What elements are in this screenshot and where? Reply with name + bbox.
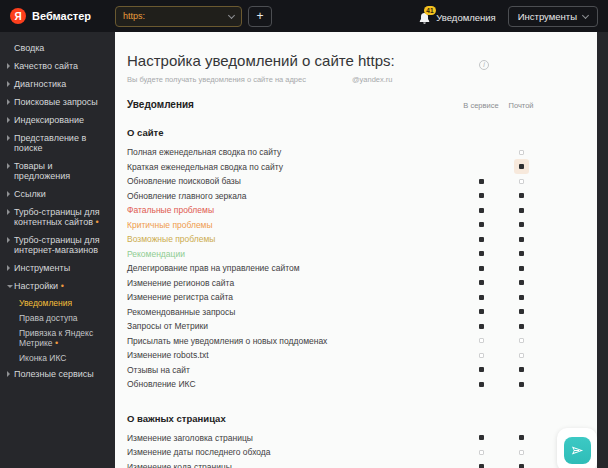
tools-dropdown[interactable]: Инструменты — [508, 6, 598, 27]
checkbox-cell-service[interactable] — [461, 208, 501, 213]
checkbox-cell-mail[interactable] — [501, 159, 541, 174]
sidebar-item-турбо-страницы[interactable]: Турбо-страницы для контентных сайтов • — [0, 207, 115, 227]
checkbox-cell-mail[interactable] — [501, 266, 541, 271]
checkbox-cell-service[interactable] — [461, 222, 501, 227]
checkbox-checked[interactable] — [479, 464, 484, 468]
sidebar-item-представление[interactable]: Представление в поиске — [0, 133, 115, 153]
checkbox-cell-service[interactable] — [461, 367, 501, 372]
checkbox-cell-mail[interactable] — [501, 338, 541, 343]
sidebar-item-качество[interactable]: Качество сайта — [0, 61, 115, 71]
sidebar-item-права[interactable]: Права доступа — [0, 314, 115, 324]
checkbox-cell-service[interactable] — [461, 464, 501, 468]
checkbox-checked[interactable] — [479, 309, 484, 314]
sidebar-item-уведомления[interactable]: Уведомления — [0, 299, 115, 309]
checkbox-cell-mail[interactable] — [501, 280, 541, 285]
checkbox-checked[interactable] — [519, 435, 524, 440]
checkbox-cell-mail[interactable] — [501, 309, 541, 314]
checkbox-checked[interactable] — [519, 208, 524, 213]
checkbox-checked[interactable] — [479, 280, 484, 285]
checkbox-cell-service[interactable] — [461, 251, 501, 256]
checkbox-checked[interactable] — [479, 237, 484, 242]
checkbox-cell-service[interactable] — [461, 309, 501, 314]
sidebar-item-полезные[interactable]: Полезные сервисы — [0, 369, 115, 379]
checkbox-unchecked[interactable] — [519, 338, 524, 343]
checkbox-cell-mail[interactable] — [501, 179, 541, 184]
checkbox-checked[interactable] — [479, 251, 484, 256]
checkbox-cell-service[interactable] — [461, 353, 501, 358]
notifications-button[interactable]: 41 Уведомления — [418, 8, 495, 24]
checkbox-cell-service[interactable] — [461, 450, 501, 455]
checkbox-unchecked[interactable] — [479, 338, 484, 343]
sidebar-item-турбо-страницы[interactable]: Турбо-страницы для интернет-магазинов — [0, 235, 115, 255]
checkbox-checked[interactable] — [479, 367, 484, 372]
checkbox-checked[interactable] — [479, 208, 484, 213]
checkbox-checked[interactable] — [519, 309, 524, 314]
checkbox-unchecked[interactable] — [519, 450, 524, 455]
sidebar-item-поисковые[interactable]: Поисковые запросы — [0, 97, 115, 107]
checkbox-cell-mail[interactable] — [501, 251, 541, 256]
checkbox-checked[interactable] — [519, 164, 524, 169]
checkbox-cell-service[interactable] — [461, 193, 501, 198]
checkbox-cell-mail[interactable] — [501, 150, 541, 155]
checkbox-checked[interactable] — [519, 367, 524, 372]
checkbox-cell-service[interactable] — [461, 295, 501, 300]
sidebar-item-настройки[interactable]: Настройки • — [0, 281, 115, 291]
checkbox-cell-mail[interactable] — [501, 464, 541, 468]
checkbox-cell-mail[interactable] — [501, 450, 541, 455]
checkbox-checked[interactable] — [519, 295, 524, 300]
checkbox-cell-mail[interactable] — [501, 295, 541, 300]
checkbox-cell-mail[interactable] — [501, 353, 541, 358]
sidebar-item-индексирование[interactable]: Индексирование — [0, 115, 115, 125]
checkbox-checked[interactable] — [519, 266, 524, 271]
checkbox-cell-service[interactable] — [461, 280, 501, 285]
checkbox-checked[interactable] — [519, 193, 524, 198]
checkbox-checked[interactable] — [479, 193, 484, 198]
checkbox-unchecked[interactable] — [519, 353, 524, 358]
checkbox-checked[interactable] — [519, 251, 524, 256]
checkbox-cell-mail[interactable] — [501, 324, 541, 329]
checkbox-cell-mail[interactable] — [501, 237, 541, 242]
checkbox-cell-service[interactable] — [461, 338, 501, 343]
checkbox-cell-mail[interactable] — [501, 193, 541, 198]
checkbox-checked[interactable] — [519, 222, 524, 227]
sidebar-item-инструменты[interactable]: Инструменты — [0, 263, 115, 273]
sidebar-item-привязка[interactable]: Привязка к Яндекс Метрике • — [0, 329, 115, 348]
site-selector[interactable]: https: — [115, 6, 242, 27]
checkbox-cell-service[interactable] — [461, 179, 501, 184]
sidebar-item-иконка[interactable]: Иконка ИКС — [0, 354, 115, 364]
checkbox-unchecked[interactable] — [479, 450, 484, 455]
checkbox-checked[interactable] — [479, 222, 484, 227]
checkbox-checked[interactable] — [519, 324, 524, 329]
checkbox-cell-mail[interactable] — [501, 208, 541, 213]
add-site-button[interactable]: + — [248, 6, 272, 27]
checkbox-checked[interactable] — [479, 435, 484, 440]
checkbox-checked[interactable] — [519, 237, 524, 242]
checkbox-checked[interactable] — [479, 295, 484, 300]
info-icon[interactable]: i — [479, 60, 489, 70]
checkbox-checked[interactable] — [479, 324, 484, 329]
sidebar-item-диагностика[interactable]: Диагностика — [0, 79, 115, 89]
checkbox-cell-mail[interactable] — [501, 435, 541, 440]
checkbox-cell-service[interactable] — [461, 435, 501, 440]
checkbox-cell-mail[interactable] — [501, 222, 541, 227]
checkbox-cell-service[interactable] — [461, 237, 501, 242]
checkbox-checked[interactable] — [519, 280, 524, 285]
checkbox-cell-mail[interactable] — [501, 367, 541, 372]
sidebar-item-ссылки[interactable]: Ссылки — [0, 189, 115, 199]
checkbox-unchecked[interactable] — [479, 353, 484, 358]
checkbox-checked[interactable] — [479, 179, 484, 184]
sidebar-item-товары[interactable]: Товары и предложения — [0, 161, 115, 181]
checkbox-cell-mail[interactable] — [501, 382, 541, 387]
checkbox-cell-service[interactable] — [461, 266, 501, 271]
chat-widget-button[interactable] — [557, 428, 597, 468]
checkbox-cell-service[interactable] — [461, 382, 501, 387]
checkbox-checked[interactable] — [479, 266, 484, 271]
checkbox-unchecked[interactable] — [519, 150, 524, 155]
checkbox-cell-service[interactable] — [461, 324, 501, 329]
yandex-logo[interactable]: Я — [10, 8, 26, 24]
checkbox-checked[interactable] — [519, 382, 524, 387]
checkbox-checked[interactable] — [519, 464, 524, 468]
checkbox-unchecked[interactable] — [519, 179, 524, 184]
sidebar-item-сводка[interactable]: Сводка — [0, 43, 115, 53]
checkbox-checked[interactable] — [479, 382, 484, 387]
